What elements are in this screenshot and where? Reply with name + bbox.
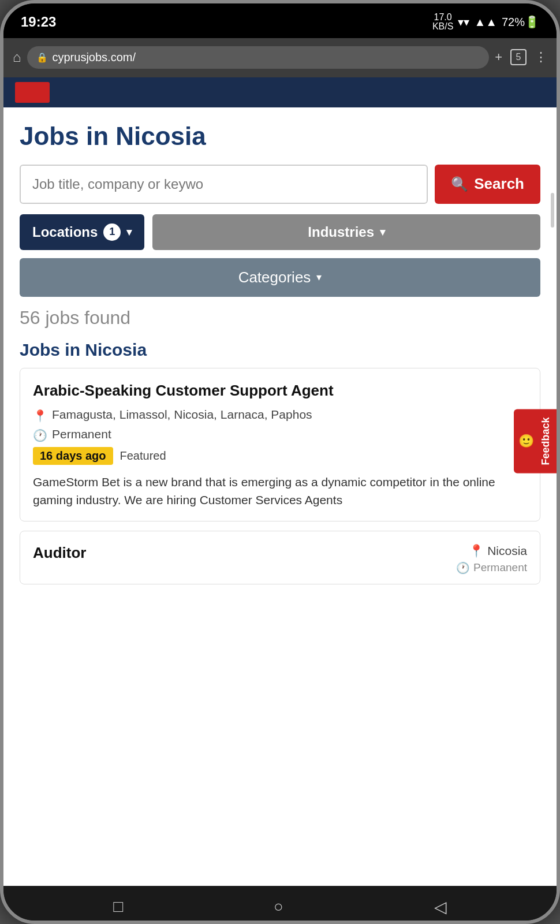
battery-icon: 72%🔋: [502, 15, 539, 29]
job-locations-1: 📍 Famagusta, Limassol, Nicosia, Larnaca,…: [33, 408, 527, 423]
job-location-2: 📍 Nicosia: [456, 544, 527, 558]
page-title: Jobs in Nicosia: [20, 121, 540, 152]
locations-count-badge: 1: [103, 223, 121, 241]
search-button-label: Search: [474, 175, 524, 193]
job-card-2[interactable]: Auditor 📍 Nicosia 🕐 Permanent: [20, 531, 540, 584]
locations-dropdown-arrow: ▾: [126, 226, 132, 239]
locations-label: Locations: [32, 224, 98, 240]
more-menu-button[interactable]: ⋮: [535, 50, 547, 65]
recent-apps-button[interactable]: □: [113, 897, 123, 916]
status-bar: 19:23 17.0KB/S ▾▾ ▲▲ 72%🔋: [3, 3, 557, 38]
industries-dropdown-arrow: ▾: [380, 226, 385, 239]
search-input[interactable]: [20, 165, 428, 204]
filter-row-categories: Categories ▾: [20, 258, 540, 297]
location-icon-2: 📍: [469, 544, 484, 558]
home-button[interactable]: ⌂: [13, 49, 21, 65]
clock-icon-1: 🕐: [33, 429, 47, 442]
job-card-2-meta: 📍 Nicosia 🕐 Permanent: [456, 544, 527, 575]
job-title-1: Arabic-Speaking Customer Support Agent: [33, 381, 527, 401]
categories-dropdown-arrow: ▾: [316, 271, 322, 284]
job-card-1[interactable]: Arabic-Speaking Customer Support Agent 📍…: [20, 368, 540, 521]
job-type-text-1: Permanent: [52, 427, 111, 441]
section-heading: Jobs in Nicosia: [20, 340, 540, 360]
feedback-label: Feedback: [540, 417, 552, 465]
industries-label: Industries: [308, 224, 374, 240]
industries-filter-button[interactable]: Industries ▾: [152, 214, 540, 250]
search-icon: 🔍: [451, 176, 468, 192]
categories-filter-button[interactable]: Categories ▾: [20, 258, 540, 297]
browser-chrome: ⌂ 🔒 cyprusjobs.com/ + 5 ⋮: [3, 38, 557, 77]
categories-label: Categories: [238, 269, 311, 286]
search-row: 🔍 Search: [20, 165, 540, 204]
status-icons: 17.0KB/S ▾▾ ▲▲ 72%🔋: [432, 13, 539, 31]
job-tags-1: 16 days ago Featured: [33, 447, 527, 465]
job-type-2: 🕐 Permanent: [456, 561, 527, 575]
filter-row-1: Locations 1 ▾ Industries ▾: [20, 214, 540, 250]
feedback-tab[interactable]: 🙂 Feedback: [514, 409, 557, 473]
job-location-text-1: Famagusta, Limassol, Nicosia, Larnaca, P…: [52, 408, 312, 422]
webpage: Jobs in Nicosia 🔍 Search Locations 1 ▾ I…: [3, 77, 557, 886]
site-nav-bar: [3, 77, 557, 107]
home-nav-button[interactable]: ○: [274, 897, 283, 916]
locations-filter-button[interactable]: Locations 1 ▾: [20, 214, 144, 250]
signal-icon: ▲▲: [474, 16, 497, 29]
tab-count[interactable]: 5: [510, 49, 527, 65]
browser-actions: + 5 ⋮: [495, 49, 547, 65]
job-location-text-2: Nicosia: [487, 544, 527, 558]
search-button[interactable]: 🔍 Search: [435, 165, 540, 204]
job-description-1: GameStorm Bet is a new brand that is eme…: [33, 473, 527, 509]
site-logo: [15, 82, 50, 103]
days-ago-badge-1: 16 days ago: [33, 447, 113, 465]
main-content: Jobs in Nicosia 🔍 Search Locations 1 ▾ I…: [3, 107, 557, 584]
job-title-2: Auditor: [33, 544, 86, 562]
clock-icon-2: 🕐: [456, 561, 470, 575]
address-text: cyprusjobs.com/: [53, 51, 136, 64]
data-speed-icon: 17.0KB/S: [432, 13, 453, 31]
feedback-smiley: 🙂: [518, 434, 534, 449]
results-count: 56 jobs found: [20, 307, 540, 329]
new-tab-button[interactable]: +: [495, 50, 502, 65]
featured-badge-1: Featured: [120, 449, 166, 463]
lock-icon: 🔒: [36, 52, 48, 63]
location-icon-1: 📍: [33, 409, 47, 423]
job-type-text-2: Permanent: [473, 561, 527, 574]
status-time: 19:23: [21, 14, 56, 30]
job-type-1: 🕐 Permanent: [33, 427, 527, 442]
address-bar[interactable]: 🔒 cyprusjobs.com/: [27, 46, 490, 69]
phone-frame: 19:23 17.0KB/S ▾▾ ▲▲ 72%🔋 ⌂ 🔒 cyprusjobs…: [0, 0, 560, 924]
back-nav-button[interactable]: ◁: [434, 897, 447, 916]
bottom-nav: □ ○ ◁: [3, 886, 557, 924]
wifi-icon: ▾▾: [458, 15, 469, 29]
scroll-indicator: [551, 193, 554, 228]
